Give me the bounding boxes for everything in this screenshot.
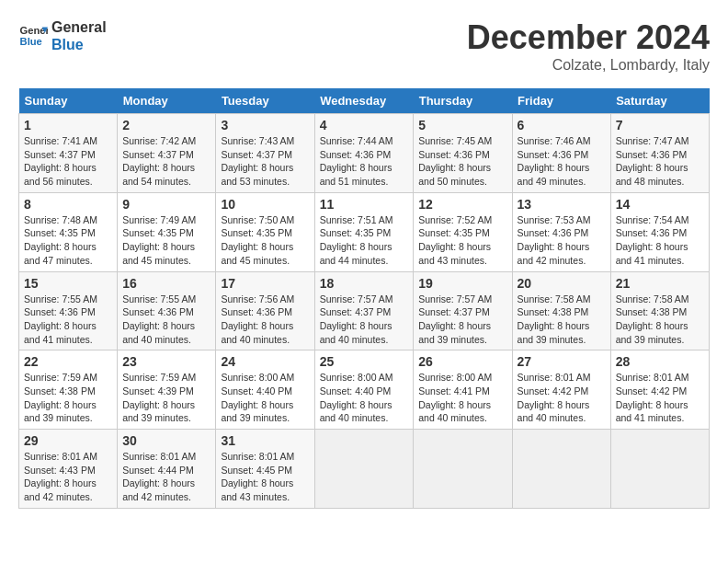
location-title: Colzate, Lombardy, Italy <box>467 57 710 74</box>
day-info: Sunrise: 7:56 AM Sunset: 4:36 PM Dayligh… <box>221 293 309 347</box>
table-row: 6 Sunrise: 7:46 AM Sunset: 4:36 PM Dayli… <box>512 114 610 193</box>
logo-line1: General <box>51 18 107 36</box>
day-info: Sunrise: 7:41 AM Sunset: 4:37 PM Dayligh… <box>24 134 112 189</box>
table-row: 26 Sunrise: 8:00 AM Sunset: 4:41 PM Dayl… <box>414 350 512 430</box>
day-info: Sunrise: 8:00 AM Sunset: 4:40 PM Dayligh… <box>320 371 409 425</box>
day-number: 16 <box>122 276 210 291</box>
day-number: 2 <box>122 118 210 132</box>
table-row: 2 Sunrise: 7:42 AM Sunset: 4:37 PM Dayli… <box>118 114 216 193</box>
day-number: 23 <box>122 354 210 369</box>
table-row: 30 Sunrise: 8:01 AM Sunset: 4:44 PM Dayl… <box>118 430 216 509</box>
calendar-week-row: 8 Sunrise: 7:48 AM Sunset: 4:35 PM Dayli… <box>19 192 710 271</box>
logo-icon: General Blue <box>18 21 48 51</box>
table-row: 3 Sunrise: 7:43 AM Sunset: 4:37 PM Dayli… <box>216 114 314 193</box>
day-info: Sunrise: 7:58 AM Sunset: 4:38 PM Dayligh… <box>616 293 704 347</box>
day-number: 17 <box>221 276 309 291</box>
table-row <box>512 430 610 509</box>
table-row: 22 Sunrise: 7:59 AM Sunset: 4:38 PM Dayl… <box>19 350 118 430</box>
table-row: 31 Sunrise: 8:01 AM Sunset: 4:45 PM Dayl… <box>216 430 314 509</box>
page-header: General Blue General Blue December 2024 … <box>18 18 710 74</box>
day-info: Sunrise: 7:44 AM Sunset: 4:36 PM Dayligh… <box>320 134 409 189</box>
day-number: 4 <box>320 118 409 132</box>
day-info: Sunrise: 7:42 AM Sunset: 4:37 PM Dayligh… <box>122 134 210 189</box>
day-info: Sunrise: 7:52 AM Sunset: 4:35 PM Dayligh… <box>418 213 506 268</box>
day-info: Sunrise: 7:58 AM Sunset: 4:38 PM Dayligh… <box>518 293 606 347</box>
day-number: 20 <box>518 276 606 291</box>
day-info: Sunrise: 7:55 AM Sunset: 4:36 PM Dayligh… <box>24 293 112 347</box>
month-title: December 2024 <box>467 18 710 57</box>
day-number: 11 <box>320 197 409 212</box>
calendar-header-row: Sunday Monday Tuesday Wednesday Thursday… <box>19 88 710 114</box>
day-info: Sunrise: 7:45 AM Sunset: 4:36 PM Dayligh… <box>418 134 506 189</box>
logo-line2: Blue <box>51 36 107 53</box>
table-row: 24 Sunrise: 8:00 AM Sunset: 4:40 PM Dayl… <box>216 350 314 430</box>
logo: General Blue General Blue <box>18 18 107 53</box>
table-row: 19 Sunrise: 7:57 AM Sunset: 4:37 PM Dayl… <box>414 271 512 350</box>
day-info: Sunrise: 7:43 AM Sunset: 4:37 PM Dayligh… <box>221 134 309 189</box>
table-row: 10 Sunrise: 7:50 AM Sunset: 4:35 PM Dayl… <box>216 192 314 271</box>
day-number: 9 <box>122 197 210 212</box>
day-info: Sunrise: 7:53 AM Sunset: 4:36 PM Dayligh… <box>518 213 606 268</box>
col-saturday: Saturday <box>610 88 709 114</box>
day-number: 30 <box>122 433 210 448</box>
day-info: Sunrise: 7:59 AM Sunset: 4:39 PM Dayligh… <box>122 371 210 425</box>
svg-text:Blue: Blue <box>20 36 42 47</box>
table-row: 29 Sunrise: 8:01 AM Sunset: 4:43 PM Dayl… <box>19 430 118 509</box>
day-info: Sunrise: 8:00 AM Sunset: 4:40 PM Dayligh… <box>221 371 309 425</box>
day-number: 12 <box>418 197 506 212</box>
table-row: 12 Sunrise: 7:52 AM Sunset: 4:35 PM Dayl… <box>414 192 512 271</box>
table-row: 5 Sunrise: 7:45 AM Sunset: 4:36 PM Dayli… <box>414 114 512 193</box>
day-number: 6 <box>518 118 606 132</box>
day-number: 8 <box>24 197 112 212</box>
day-number: 18 <box>320 276 409 291</box>
day-info: Sunrise: 7:54 AM Sunset: 4:36 PM Dayligh… <box>616 213 704 268</box>
table-row: 13 Sunrise: 7:53 AM Sunset: 4:36 PM Dayl… <box>512 192 610 271</box>
col-thursday: Thursday <box>414 88 512 114</box>
table-row: 23 Sunrise: 7:59 AM Sunset: 4:39 PM Dayl… <box>118 350 216 430</box>
table-row: 27 Sunrise: 8:01 AM Sunset: 4:42 PM Dayl… <box>512 350 610 430</box>
day-number: 10 <box>221 197 309 212</box>
table-row: 1 Sunrise: 7:41 AM Sunset: 4:37 PM Dayli… <box>19 114 118 193</box>
title-area: December 2024 Colzate, Lombardy, Italy <box>467 18 710 74</box>
day-number: 1 <box>24 118 112 132</box>
col-sunday: Sunday <box>19 88 118 114</box>
day-info: Sunrise: 8:01 AM Sunset: 4:44 PM Dayligh… <box>122 450 210 504</box>
day-number: 5 <box>418 118 506 132</box>
day-number: 27 <box>518 354 606 369</box>
table-row: 20 Sunrise: 7:58 AM Sunset: 4:38 PM Dayl… <box>512 271 610 350</box>
day-number: 14 <box>616 197 704 212</box>
table-row: 14 Sunrise: 7:54 AM Sunset: 4:36 PM Dayl… <box>610 192 709 271</box>
day-number: 3 <box>221 118 309 132</box>
day-number: 19 <box>418 276 506 291</box>
day-number: 26 <box>418 354 506 369</box>
day-info: Sunrise: 7:46 AM Sunset: 4:36 PM Dayligh… <box>518 134 606 189</box>
day-number: 29 <box>24 433 112 448</box>
day-number: 21 <box>616 276 704 291</box>
day-number: 28 <box>616 354 704 369</box>
col-wednesday: Wednesday <box>314 88 414 114</box>
table-row: 7 Sunrise: 7:47 AM Sunset: 4:36 PM Dayli… <box>610 114 709 193</box>
calendar-table: Sunday Monday Tuesday Wednesday Thursday… <box>18 88 710 509</box>
day-info: Sunrise: 7:57 AM Sunset: 4:37 PM Dayligh… <box>418 293 506 347</box>
day-number: 7 <box>616 118 704 132</box>
day-info: Sunrise: 8:01 AM Sunset: 4:42 PM Dayligh… <box>518 371 606 425</box>
day-number: 22 <box>24 354 112 369</box>
table-row <box>610 430 709 509</box>
table-row: 4 Sunrise: 7:44 AM Sunset: 4:36 PM Dayli… <box>314 114 414 193</box>
day-info: Sunrise: 7:59 AM Sunset: 4:38 PM Dayligh… <box>24 371 112 425</box>
day-info: Sunrise: 7:50 AM Sunset: 4:35 PM Dayligh… <box>221 213 309 268</box>
day-number: 31 <box>221 433 309 448</box>
day-info: Sunrise: 8:01 AM Sunset: 4:42 PM Dayligh… <box>616 371 704 425</box>
svg-text:General: General <box>20 26 48 37</box>
table-row: 18 Sunrise: 7:57 AM Sunset: 4:37 PM Dayl… <box>314 271 414 350</box>
day-number: 15 <box>24 276 112 291</box>
day-info: Sunrise: 8:00 AM Sunset: 4:41 PM Dayligh… <box>418 371 506 425</box>
calendar-week-row: 29 Sunrise: 8:01 AM Sunset: 4:43 PM Dayl… <box>19 430 710 509</box>
table-row <box>414 430 512 509</box>
day-info: Sunrise: 7:47 AM Sunset: 4:36 PM Dayligh… <box>616 134 704 189</box>
day-info: Sunrise: 7:48 AM Sunset: 4:35 PM Dayligh… <box>24 213 112 268</box>
calendar-week-row: 22 Sunrise: 7:59 AM Sunset: 4:38 PM Dayl… <box>19 350 710 430</box>
table-row: 21 Sunrise: 7:58 AM Sunset: 4:38 PM Dayl… <box>610 271 709 350</box>
table-row: 11 Sunrise: 7:51 AM Sunset: 4:35 PM Dayl… <box>314 192 414 271</box>
day-info: Sunrise: 8:01 AM Sunset: 4:45 PM Dayligh… <box>221 450 309 504</box>
